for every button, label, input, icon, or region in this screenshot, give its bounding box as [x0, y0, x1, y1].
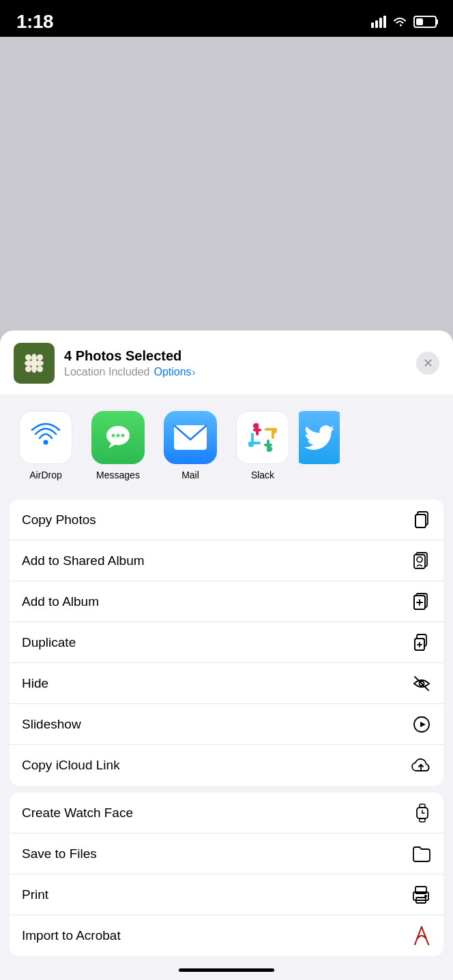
svg-point-8 [117, 434, 120, 438]
header-subtitle: Location Included Options › [64, 366, 407, 378]
hide-icon [412, 674, 431, 693]
action-watch-face[interactable]: Create Watch Face [10, 793, 443, 833]
import-acrobat-label: Import to Acrobat [22, 928, 121, 943]
slack-icon [236, 411, 289, 464]
action-save-files[interactable]: Save to Files [10, 833, 443, 874]
wifi-icon [392, 16, 408, 28]
action-add-album[interactable]: Add to Album [10, 581, 443, 622]
action-duplicate[interactable]: Duplicate [10, 622, 443, 663]
airdrop-icon [19, 411, 72, 464]
action-print[interactable]: Print [10, 874, 443, 915]
location-label: Location Included [64, 366, 149, 378]
options-button[interactable]: Options › [154, 366, 195, 378]
watch-icon [413, 803, 431, 823]
svg-point-9 [121, 434, 125, 438]
share-sheet: 4 Photos Selected Location Included Opti… [0, 331, 453, 980]
svg-marker-38 [420, 722, 426, 727]
messages-label: Messages [96, 470, 140, 480]
svg-point-48 [424, 895, 427, 898]
sheet-header: 4 Photos Selected Location Included Opti… [0, 331, 453, 395]
svg-rect-1 [375, 20, 378, 28]
add-shared-album-label: Add to Shared Album [22, 553, 145, 568]
home-indicator-bar [179, 968, 274, 972]
app-item-airdrop[interactable]: AirDrop [10, 411, 82, 480]
twitter-icon [299, 411, 340, 464]
action-add-shared-album[interactable]: Add to Shared Album [10, 540, 443, 581]
svg-rect-41 [420, 804, 425, 808]
icloud-icon [411, 757, 431, 774]
watch-face-label: Create Watch Face [22, 806, 133, 821]
svg-marker-6 [108, 443, 117, 448]
signal-icon [371, 16, 386, 28]
app-item-twitter[interactable] [299, 411, 340, 480]
svg-rect-16 [264, 444, 272, 446]
icloud-link-label: Copy iCloud Link [22, 758, 120, 773]
svg-rect-42 [420, 818, 425, 822]
svg-rect-18 [251, 433, 254, 444]
save-files-label: Save to Files [22, 846, 97, 861]
copy-photos-label: Copy Photos [22, 512, 96, 527]
airdrop-label: AirDrop [29, 470, 61, 480]
app-sharing-row: AirDrop Messages [0, 401, 453, 493]
slideshow-label: Slideshow [22, 717, 81, 732]
acrobat-icon [412, 925, 431, 946]
svg-rect-13 [265, 428, 277, 431]
action-group-2: Create Watch Face Save to Files Print [10, 793, 443, 956]
slack-label: Slack [251, 470, 274, 480]
mail-label: Mail [181, 470, 199, 480]
messages-icon [91, 411, 145, 464]
app-item-slack[interactable]: Slack [227, 411, 299, 480]
files-icon [412, 845, 431, 863]
close-button[interactable]: ✕ [416, 352, 439, 375]
duplicate-label: Duplicate [22, 635, 76, 650]
svg-rect-0 [371, 22, 374, 28]
svg-point-7 [112, 434, 115, 438]
add-album-icon [412, 592, 431, 611]
duplicate-icon [412, 633, 431, 652]
svg-line-36 [415, 677, 428, 690]
copy-photos-icon [412, 510, 431, 530]
app-item-messages[interactable]: Messages [82, 411, 154, 480]
slideshow-icon [412, 715, 431, 734]
add-album-label: Add to Album [22, 594, 99, 609]
header-thumbnail [14, 343, 55, 384]
svg-rect-14 [272, 431, 274, 439]
header-title: 4 Photos Selected [64, 348, 407, 364]
svg-rect-17 [248, 442, 261, 444]
svg-rect-3 [383, 16, 386, 28]
hide-label: Hide [22, 676, 48, 691]
svg-rect-20 [415, 515, 426, 527]
app-item-mail[interactable]: Mail [154, 411, 227, 480]
action-hide[interactable]: Hide [10, 663, 443, 704]
close-icon: ✕ [423, 357, 433, 369]
header-info: 4 Photos Selected Location Included Opti… [64, 348, 407, 378]
home-indicator [0, 963, 453, 980]
status-time: 1:18 [16, 11, 53, 33]
svg-point-4 [44, 440, 48, 445]
action-icloud-link[interactable]: Copy iCloud Link [10, 745, 443, 786]
status-icons [371, 16, 437, 28]
print-icon [411, 885, 431, 904]
svg-rect-2 [379, 18, 382, 28]
battery-icon [413, 16, 437, 28]
action-import-acrobat[interactable]: Import to Acrobat [10, 915, 443, 956]
action-slideshow[interactable]: Slideshow [10, 704, 443, 745]
add-shared-album-icon [412, 551, 431, 570]
action-group-1: Copy Photos Add to Shared Album Add to A… [10, 500, 443, 786]
action-copy-photos[interactable]: Copy Photos [10, 500, 443, 540]
svg-rect-12 [253, 429, 261, 431]
print-label: Print [22, 887, 48, 902]
mail-icon [164, 411, 217, 464]
